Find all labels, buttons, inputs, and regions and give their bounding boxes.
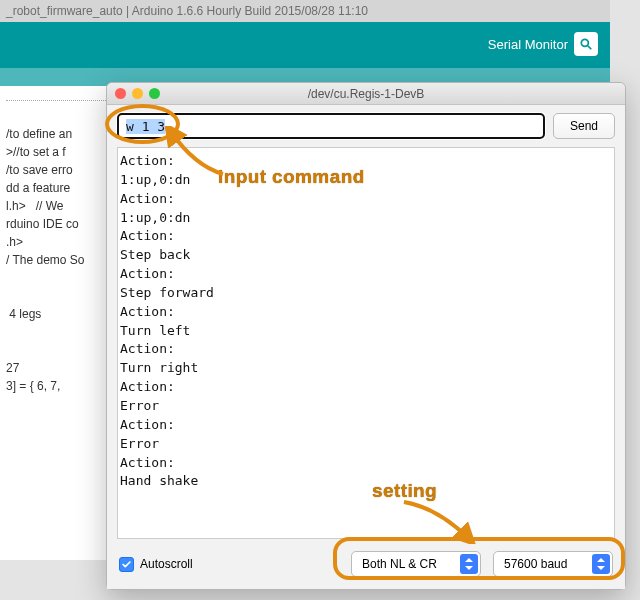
- autoscroll-toggle[interactable]: Autoscroll: [119, 557, 193, 572]
- select-stepper-icon: [460, 554, 478, 574]
- minimize-icon[interactable]: [132, 88, 143, 99]
- line-ending-select[interactable]: Both NL & CR: [351, 551, 481, 577]
- serial-output: Action: 1:up,0:dn Action: 1:up,0:dn Acti…: [117, 147, 615, 539]
- serial-monitor-label: Serial Monitor: [488, 37, 568, 52]
- zoom-icon[interactable]: [149, 88, 160, 99]
- send-button[interactable]: Send: [553, 113, 615, 139]
- serial-monitor-window: /dev/cu.Regis-1-DevB Send Action: 1:up,0…: [106, 82, 626, 590]
- baud-select[interactable]: 57600 baud: [493, 551, 613, 577]
- window-traffic-lights: [115, 88, 160, 99]
- serial-command-input[interactable]: [117, 113, 545, 139]
- autoscroll-label: Autoscroll: [140, 557, 193, 571]
- line-ending-value: Both NL & CR: [362, 557, 437, 571]
- serial-command-row: Send: [107, 105, 625, 147]
- serial-title: /dev/cu.Regis-1-DevB: [308, 87, 425, 101]
- serial-bottom-bar: Autoscroll Both NL & CR 57600 baud: [107, 539, 625, 589]
- arduino-code-fragment: /to define an >//to set a f /to save err…: [6, 127, 85, 393]
- magnifier-icon: [574, 32, 598, 56]
- checkbox-icon: [119, 557, 134, 572]
- baud-value: 57600 baud: [504, 557, 567, 571]
- arduino-toolbar: Serial Monitor: [0, 22, 610, 68]
- serial-titlebar[interactable]: /dev/cu.Regis-1-DevB: [107, 83, 625, 105]
- svg-point-0: [581, 39, 588, 46]
- arduino-titlebar: _robot_firmware_auto | Arduino 1.6.6 Hou…: [0, 0, 610, 22]
- close-icon[interactable]: [115, 88, 126, 99]
- svg-line-1: [588, 46, 592, 50]
- serial-monitor-button[interactable]: Serial Monitor: [488, 32, 598, 56]
- select-stepper-icon: [592, 554, 610, 574]
